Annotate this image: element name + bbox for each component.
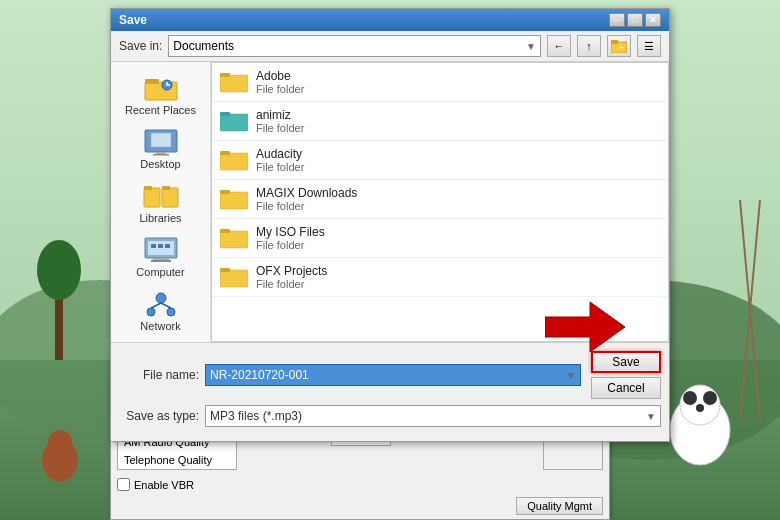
quality-btn-row: Quality Mgmt (111, 493, 609, 519)
svg-rect-46 (220, 151, 230, 155)
close-button[interactable]: ✕ (645, 13, 661, 27)
desktop-icon (143, 128, 179, 156)
filename-input[interactable]: NR-20210720-001 ▼ (205, 364, 581, 386)
back-button[interactable]: ← (547, 35, 571, 57)
svg-rect-16 (611, 40, 618, 44)
file-name: MAGIX Downloads (256, 186, 357, 200)
folder-icon (220, 265, 248, 289)
savetype-input[interactable]: MP3 files (*.mp3) ▼ (205, 405, 661, 427)
svg-rect-25 (144, 188, 160, 207)
svg-rect-34 (158, 244, 163, 248)
svg-rect-45 (220, 153, 248, 170)
folder-icon (220, 226, 248, 250)
svg-rect-28 (162, 186, 170, 190)
file-item[interactable]: animiz File folder (212, 102, 668, 141)
file-name: Adobe (256, 69, 304, 83)
svg-rect-52 (220, 268, 230, 272)
quality-mgmt-button[interactable]: Quality Mgmt (516, 497, 603, 515)
desktop-label: Desktop (140, 158, 180, 170)
file-type: File folder (256, 122, 304, 134)
svg-point-38 (167, 308, 175, 316)
recent-places-icon (143, 74, 179, 102)
file-name: Audacity (256, 147, 304, 161)
svg-point-12 (696, 404, 704, 412)
svg-rect-47 (220, 192, 248, 209)
svg-point-5 (37, 240, 81, 300)
computer-icon (143, 236, 179, 264)
svg-rect-22 (151, 133, 171, 147)
svg-rect-51 (220, 270, 248, 287)
svg-rect-50 (220, 229, 230, 233)
places-panel: Recent Places Desktop Libraries (111, 62, 211, 342)
svg-rect-19 (145, 79, 159, 84)
quality-item-telephone[interactable]: Telephone Quality (118, 451, 236, 469)
cancel-button[interactable]: Cancel (591, 377, 661, 399)
view-button[interactable]: ☰ (637, 35, 661, 57)
minimize-button[interactable]: ─ (609, 13, 625, 27)
sidebar-item-network[interactable]: Network (115, 286, 206, 336)
svg-point-14 (48, 430, 72, 454)
dialog-title: Save (119, 13, 147, 27)
file-item[interactable]: Audacity File folder (212, 141, 668, 180)
file-name: animiz (256, 108, 304, 122)
savetype-value: MP3 files (*.mp3) (210, 409, 302, 423)
recent-places-label: Recent Places (125, 104, 196, 116)
filename-label: File name: (119, 368, 199, 382)
sidebar-item-desktop[interactable]: Desktop (115, 124, 206, 174)
svg-rect-49 (220, 231, 248, 248)
filename-value: NR-20210720-001 (210, 368, 309, 382)
file-item[interactable]: Adobe File folder (212, 63, 668, 102)
svg-rect-35 (165, 244, 170, 248)
svg-rect-32 (151, 260, 171, 262)
maximize-button[interactable]: □ (627, 13, 643, 27)
file-info: MAGIX Downloads File folder (256, 186, 357, 212)
enable-vbr-label: Enable VBR (134, 479, 194, 491)
location-value: Documents (173, 39, 234, 53)
save-dialog: Save ─ □ ✕ Save in: Documents ▼ ← ↑ + ☰ (110, 8, 670, 442)
svg-line-39 (151, 303, 161, 308)
svg-rect-43 (220, 114, 248, 131)
file-type: File folder (256, 200, 357, 212)
sidebar-item-computer[interactable]: Computer (115, 232, 206, 282)
svg-rect-24 (153, 154, 169, 156)
sidebar-item-libraries[interactable]: Libraries (115, 178, 206, 228)
file-info: OFX Projects File folder (256, 264, 327, 290)
svg-marker-53 (545, 302, 625, 352)
svg-rect-48 (220, 190, 230, 194)
folder-icon (220, 70, 248, 94)
svg-point-10 (683, 391, 697, 405)
svg-text:+: + (619, 43, 624, 52)
file-name: My ISO Files (256, 225, 325, 239)
dialog-titlebar: Save ─ □ ✕ (111, 9, 669, 31)
file-item[interactable]: My ISO Files File folder (212, 219, 668, 258)
network-icon (143, 290, 179, 318)
enable-vbr-row[interactable]: Enable VBR (111, 476, 609, 493)
filename-dropdown-icon: ▼ (566, 370, 576, 381)
computer-label: Computer (136, 266, 184, 278)
sidebar-item-recent-places[interactable]: Recent Places (115, 70, 206, 120)
file-info: Audacity File folder (256, 147, 304, 173)
svg-point-11 (703, 391, 717, 405)
location-dropdown[interactable]: Documents ▼ (168, 35, 541, 57)
folder-icon (220, 109, 248, 133)
svg-rect-27 (162, 188, 178, 207)
svg-rect-42 (220, 73, 230, 77)
red-arrow (545, 292, 625, 362)
dropdown-arrow-icon: ▼ (526, 41, 536, 52)
file-info: animiz File folder (256, 108, 304, 134)
svg-point-37 (147, 308, 155, 316)
svg-line-40 (161, 303, 171, 308)
svg-rect-41 (220, 75, 248, 92)
enable-vbr-checkbox[interactable] (117, 478, 130, 491)
file-item[interactable]: MAGIX Downloads File folder (212, 180, 668, 219)
up-button[interactable]: ↑ (577, 35, 601, 57)
folder-icon (220, 187, 248, 211)
file-info: My ISO Files File folder (256, 225, 325, 251)
svg-point-36 (156, 293, 166, 303)
network-label: Network (140, 320, 180, 332)
libraries-label: Libraries (139, 212, 181, 224)
file-info: Adobe File folder (256, 69, 304, 95)
dialog-toolbar: Save in: Documents ▼ ← ↑ + ☰ (111, 31, 669, 62)
new-folder-button[interactable]: + (607, 35, 631, 57)
savetype-dropdown-icon: ▼ (646, 411, 656, 422)
